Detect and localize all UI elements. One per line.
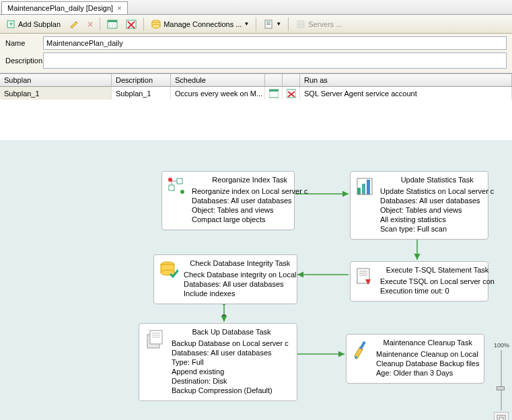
svg-rect-20 [269,90,279,92]
svg-rect-32 [367,180,370,195]
svg-point-12 [152,24,160,28]
node-update-statistics[interactable]: Update Statistics Task Update Statistics… [350,171,488,240]
cell-subplan: Subplan_1 [0,87,112,100]
calendar-button[interactable] [104,18,120,31]
statistics-icon [356,176,375,234]
zoom-fit-button[interactable] [494,412,509,420]
node-title: Maintenance Cleanup Task [376,339,479,347]
table-row[interactable]: Subplan_1 Subplan_1 Occurs every week on… [0,87,512,100]
svg-rect-14 [266,22,270,22]
node-title: Execute T-SQL Statement Task [380,266,495,274]
plan-form: Name Description [0,34,512,73]
grid-header: Subplan Description Schedule Run as [0,74,512,87]
node-title: Update Statistics Task [380,176,494,184]
chevron-down-icon: ▼ [244,21,249,27]
col-runas[interactable]: Run as [300,74,512,87]
zoom-label: 100% [494,342,509,349]
svg-rect-46 [359,341,365,349]
svg-rect-49 [499,417,503,420]
zoom-slider[interactable] [501,350,502,411]
remove-schedule-button[interactable] [123,18,139,31]
report-button[interactable]: ▼ [260,18,284,31]
tab-design[interactable]: MaintenancePlan_daily [Design] × [1,1,128,14]
add-subplan-button[interactable]: + Add Subplan [3,18,63,31]
node-title: Back Up Database Task [172,328,291,336]
chevron-down-icon: ▼ [276,21,281,27]
svg-text:+: + [9,20,13,29]
servers-label: Servers ... [308,20,342,28]
tab-bar: MaintenancePlan_daily [Design] × [0,0,512,15]
delete-subplan-button: × [85,18,96,31]
tab-title: MaintenancePlan_daily [Design] [7,4,113,12]
cell-sched: Occurs every week on M... [171,87,265,100]
node-execute-tsql[interactable]: Execute T-SQL Statement Task Execute TSQ… [350,261,488,302]
manage-connections-button[interactable]: Manage Connections ... ▼ [148,18,252,31]
svg-rect-30 [357,188,361,195]
svg-point-36 [161,270,174,275]
edit-subplan-button[interactable] [66,18,82,31]
tsql-icon [356,266,375,295]
col-calx [283,74,300,87]
svg-point-28 [168,178,172,182]
node-check-integrity[interactable]: Check Database Integrity Task Check Data… [153,254,297,304]
col-cal [265,74,283,87]
backup-icon [145,328,166,395]
svg-rect-27 [177,178,182,184]
node-maintenance-cleanup[interactable]: Maintenance Cleanup Task Maintenance Cle… [346,334,484,384]
node-reorganize-index[interactable]: Reorganize Index Task Reorganize index o… [161,171,295,230]
add-subplan-label: Add Subplan [18,20,61,28]
name-input[interactable] [43,36,507,50]
node-title: Reorganize Index Task [192,176,307,184]
reorganize-icon [168,176,186,224]
database-check-icon [159,259,178,298]
svg-rect-18 [297,25,304,28]
svg-rect-16 [266,24,270,25]
node-backup-database[interactable]: Back Up Database Task Backup Database on… [139,323,297,401]
svg-rect-15 [266,23,270,24]
cleanup-icon [352,339,371,378]
cell-remove-schedule-button[interactable] [283,87,300,100]
svg-point-29 [180,190,184,194]
zoom-control[interactable]: 100% [494,342,509,420]
cell-desc[interactable]: Subplan_1 [112,87,171,100]
subplan-grid: Subplan Description Schedule Run as Subp… [0,73,512,100]
toolbar: + Add Subplan × Manage Connections ... ▼… [0,15,512,34]
description-input[interactable] [43,53,507,69]
svg-rect-31 [362,184,365,195]
close-icon[interactable]: × [117,4,121,12]
svg-point-47 [355,356,357,359]
node-title: Check Database Integrity Task [184,259,297,267]
description-label: Description [5,57,43,65]
col-schedule[interactable]: Schedule [171,74,265,87]
svg-rect-26 [169,185,174,190]
cell-calendar-button[interactable] [265,87,283,100]
svg-rect-3 [108,20,117,22]
designer-canvas[interactable]: Reorganize Index Task Reorganize index o… [0,140,512,420]
col-subplan[interactable]: Subplan [0,74,112,87]
col-description[interactable]: Description [112,74,171,87]
manage-connections-label: Manage Connections ... [163,20,242,28]
servers-button: Servers ... [293,18,344,31]
svg-rect-17 [297,21,304,24]
zoom-thumb[interactable] [497,386,505,390]
cell-runas[interactable]: SQL Server Agent service account [300,87,512,100]
name-label: Name [5,39,43,47]
